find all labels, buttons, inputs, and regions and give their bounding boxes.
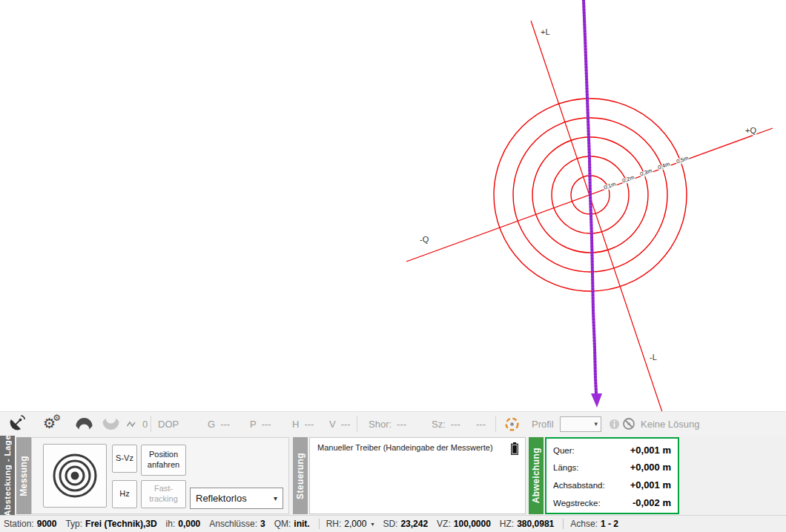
- messung-group-label: Messung: [19, 456, 29, 496]
- hang-up-button[interactable]: [101, 412, 121, 436]
- satellite-dish-icon: [6, 414, 26, 434]
- status-hz-label: HZ:: [500, 519, 514, 529]
- status-station: Station: 9000: [4, 519, 56, 529]
- status-qm: QM: init.: [274, 519, 310, 529]
- dop-label: DOP: [158, 419, 179, 430]
- position-anfahren-button[interactable]: Position anfahren: [141, 445, 186, 476]
- deviation-row-achsabstand: Achsabstand: +0,001 m: [553, 479, 671, 491]
- measure-target-button[interactable]: [43, 444, 107, 508]
- squiggle-icon: [126, 419, 137, 428]
- deviation-label: Achsabstand:: [553, 481, 605, 490]
- call-connect-button[interactable]: [74, 412, 94, 436]
- target-tracking-button[interactable]: [503, 412, 521, 436]
- h-value: ---: [304, 419, 314, 430]
- steuerung-group-label: Steuerung: [295, 453, 306, 499]
- no-solution-icon: [622, 417, 635, 430]
- reticle-icon: [503, 416, 521, 433]
- status-hz: HZ: 380,0981: [500, 519, 554, 529]
- stakeout-plot: +L -L +Q -Q 0,1m 0,2m 0,3m 0,4m 0,5m: [0, 0, 786, 411]
- reflector-mode-value: Reflektorlos: [196, 493, 247, 504]
- status-achse-label: Achse:: [570, 519, 598, 529]
- deviation-label: Längs:: [553, 463, 579, 472]
- connect-sensor-button[interactable]: [6, 412, 26, 436]
- v-indicator: V ---: [329, 412, 351, 436]
- deviation-value: +0,001 m: [630, 479, 671, 491]
- status-hz-value: 380,0981: [517, 519, 554, 529]
- l-axis: [531, 21, 662, 411]
- solution-status-text: Keine Lösung: [641, 419, 700, 430]
- phone-handset-icon: [74, 417, 94, 430]
- status-rh-value: 2,000: [344, 519, 366, 529]
- deviation-value: +0,000 m: [630, 462, 671, 473]
- h-indicator: H ---: [292, 412, 314, 436]
- phone-hangup-icon: [101, 417, 121, 430]
- axis-label-minus-l: -L: [650, 353, 657, 362]
- svz-button-label: S-Vz: [116, 453, 133, 464]
- toolbar-separator: [151, 416, 151, 432]
- status-qm-value: init.: [294, 519, 309, 529]
- dop-indicator: DOP: [158, 412, 179, 436]
- p-indicator: P ---: [250, 412, 271, 436]
- tab-absteckung-lage[interactable]: Absteckung - Lage: [0, 436, 15, 515]
- reflector-mode-combobox[interactable]: Reflektorlos ▾: [190, 488, 283, 509]
- status-rh-label: RH:: [326, 519, 342, 529]
- messung-group-content: S-Vz Position anfahren Hz Fast-tracking …: [31, 437, 289, 514]
- trajectory-line: [584, 0, 602, 408]
- status-sd-label: SD:: [383, 519, 397, 529]
- solution-info-button[interactable]: [609, 412, 620, 436]
- sz-value: ---: [451, 419, 460, 430]
- battery-status: [511, 442, 518, 458]
- ring-label: 0,4m: [657, 161, 671, 171]
- bullseye-icon: [51, 452, 99, 499]
- stakeout-plot-canvas[interactable]: +L -L +Q -Q 0,1m 0,2m 0,3m 0,4m 0,5m: [0, 0, 786, 411]
- g-value: ---: [220, 419, 230, 430]
- fast-tracking-button[interactable]: Fast-tracking: [141, 480, 186, 508]
- trajectory-arrowhead-icon: [591, 393, 602, 408]
- v-label: V: [329, 419, 336, 430]
- battery-icon: [511, 442, 518, 455]
- status-station-value: 9000: [37, 519, 57, 529]
- chevron-down-icon: ▾: [591, 420, 601, 428]
- abweichung-group-bar: Abweichung: [529, 437, 544, 514]
- deviation-row-wegstrecke: Wegstrecke: -0,002 m: [553, 497, 671, 508]
- shor-indicator: Shor: ---: [369, 412, 406, 436]
- status-vz-value: 100,0000: [454, 519, 491, 529]
- status-vz: VZ: 100,0000: [437, 519, 491, 529]
- toolbar-separator: [495, 416, 496, 432]
- settings-button[interactable]: ⚙⚙: [43, 412, 56, 436]
- deviation-label: Wegstrecke:: [553, 499, 601, 508]
- profil-group: Profil: [532, 412, 554, 436]
- hz-button[interactable]: Hz: [112, 480, 137, 508]
- main-toolbar: ⚙⚙ 0 DOP G --- P: [0, 411, 786, 436]
- status-achse: Achse: 1 - 2: [570, 519, 618, 529]
- driver-description: Manueller Treiber (Handeingabe der Messw…: [317, 443, 493, 452]
- hz-button-label: Hz: [119, 489, 129, 499]
- app-window: +L -L +Q -Q 0,1m 0,2m 0,3m 0,4m 0,5m: [0, 0, 786, 532]
- ring-label: 0,5m: [676, 155, 690, 165]
- measurement-counter: 0: [126, 412, 148, 436]
- svz-button[interactable]: S-Vz: [112, 445, 137, 473]
- axis-label-plus-l: +L: [541, 27, 550, 36]
- status-typ: Typ: Frei (Technik),3D: [65, 519, 156, 529]
- position-anfahren-label: Position anfahren: [143, 450, 184, 471]
- profil-combobox[interactable]: ▾: [560, 412, 601, 436]
- status-sd-value: 23,242: [400, 519, 428, 529]
- gears-icon: ⚙⚙: [43, 416, 56, 431]
- status-vz-label: VZ:: [437, 519, 451, 529]
- sz-indicator: Sz: ---: [432, 412, 460, 436]
- ring-distance-labels: 0,1m 0,2m 0,3m 0,4m 0,5m: [603, 155, 690, 191]
- shor-label: Shor:: [369, 419, 392, 430]
- status-achse-value: 1 - 2: [601, 519, 618, 529]
- chevron-down-icon[interactable]: ▾: [371, 521, 374, 528]
- statusbar-separator: [319, 519, 320, 529]
- g-label: G: [208, 419, 215, 430]
- status-anschluesse-label: Anschlüsse:: [209, 519, 257, 529]
- status-anschluesse-value: 3: [260, 519, 265, 529]
- status-ih-value: 0,000: [178, 519, 200, 529]
- tab-absteckung-lage-label: Absteckung - Lage: [3, 435, 12, 516]
- status-rh: RH: 2,000 ▾: [326, 519, 374, 529]
- counter-value: 0: [142, 419, 148, 430]
- deviation-label: Quer:: [553, 446, 575, 455]
- status-ih-label: ih:: [166, 519, 176, 529]
- sz-label: Sz:: [432, 419, 446, 430]
